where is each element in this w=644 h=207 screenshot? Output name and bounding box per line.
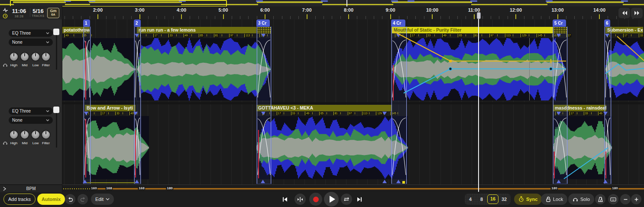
transition-handle-down[interactable]: [603, 112, 608, 115]
loop-button[interactable]: [341, 194, 352, 205]
transition-handle-up[interactable]: [382, 180, 387, 183]
transition-region-1[interactable]: [84, 27, 91, 184]
transition-region-4[interactable]: [392, 27, 407, 184]
grid-emphasis-line: [529, 38, 530, 100]
rewind-button[interactable]: [618, 8, 630, 18]
bpm-value-node[interactable]: 168: [105, 186, 113, 190]
transition-marker-tag[interactable]: 4 Cr: [391, 19, 405, 27]
clip-submersion[interactable]: Submersion - Exod11733: [605, 27, 644, 100]
key-badge[interactable]: Gm 6A: [47, 8, 59, 18]
zoom-in-button[interactable]: [631, 194, 641, 204]
beat-tick: [222, 34, 222, 36]
skip-to-end-button[interactable]: [355, 194, 364, 204]
playhead[interactable]: [478, 12, 479, 192]
insert-effect-select-deck2[interactable]: None: [9, 116, 53, 124]
transition-handle-up[interactable]: [396, 180, 401, 183]
clip-mouthful-of-static[interactable]: Mouthful of Static - Purity Filter117334…: [392, 27, 566, 100]
volume-fader-handle-deck2[interactable]: [53, 107, 59, 113]
eq-high-knob-deck1[interactable]: [9, 52, 19, 61]
eq-preset-select-deck2[interactable]: EQ Three: [9, 107, 53, 115]
play-button[interactable]: [324, 192, 339, 207]
lock-button[interactable]: Lock: [541, 194, 567, 205]
beat-tick: [369, 112, 369, 114]
ruler-minor-tick: [173, 16, 174, 19]
transition-handle-up[interactable]: [135, 180, 139, 183]
bpm-value-node[interactable]: 160: [90, 186, 97, 190]
quantize-4[interactable]: 4: [465, 195, 476, 204]
metronome-button[interactable]: [595, 194, 605, 204]
eq-preset-select-deck1[interactable]: EQ Three: [9, 29, 53, 37]
transition-marker-tag[interactable]: 5 Cr: [553, 19, 566, 27]
beat-number: 49: [598, 112, 603, 115]
transition-handle-down[interactable]: [261, 34, 265, 37]
timeline-ruler[interactable]: 1:002:003:004:005:006:007:008:009:0010:0…: [0, 6, 644, 19]
divider: [30, 8, 30, 17]
playhead-handle[interactable]: [477, 12, 481, 19]
eq-low-knob-deck1[interactable]: [31, 52, 40, 61]
bpm-lane[interactable]: 160168168180180180: [0, 184, 644, 192]
fast-forward-button[interactable]: [631, 8, 643, 18]
transition-handle-down[interactable]: [382, 112, 387, 115]
filter-knob-deck2[interactable]: [41, 130, 51, 139]
transition-marker-tag[interactable]: 1: [83, 19, 90, 27]
transition-marker-tag[interactable]: 6: [604, 19, 610, 27]
add-tracks-button[interactable]: Add tracks: [3, 194, 36, 205]
beat-number: 17: [411, 34, 415, 37]
quantize-8[interactable]: 8: [476, 195, 487, 204]
bpm-curve[interactable]: [94, 188, 644, 189]
transition-handle-down[interactable]: [84, 112, 88, 115]
transition-handle-down[interactable]: [396, 34, 401, 37]
transition-handle-down[interactable]: [605, 34, 609, 37]
keyboard-icon: [610, 197, 616, 202]
transition-handle-down[interactable]: [261, 112, 265, 115]
eq-high-knob-deck2[interactable]: [9, 130, 19, 139]
transition-marker-tag[interactable]: 2: [134, 19, 141, 27]
transition-handle-down[interactable]: [557, 112, 561, 115]
bpm-lane-header[interactable]: BPM: [0, 184, 62, 192]
clip-run-run-run[interactable]: run run run - a few lemons11733496581971…: [137, 27, 271, 100]
undo-button[interactable]: [65, 194, 75, 204]
clip-gottahaveu[interactable]: GOTTAHAVEU <3 - MEKA11733496581971131291…: [256, 105, 408, 179]
bpm-value-node[interactable]: 180: [166, 186, 173, 190]
skip-to-start-button[interactable]: [280, 194, 290, 204]
redo-button[interactable]: [78, 194, 88, 204]
transition-handle-down[interactable]: [135, 34, 139, 37]
transition-handle-up[interactable]: [557, 180, 561, 183]
minimap[interactable]: [0, 0, 644, 7]
volume-fader-handle-deck1[interactable]: [53, 29, 59, 35]
record-button[interactable]: [309, 193, 322, 206]
keyboard-shortcuts-button[interactable]: [608, 194, 618, 204]
sync-button[interactable]: Sync: [514, 194, 542, 205]
headphones-cue-deck2-icon[interactable]: [3, 140, 8, 145]
arrangement-area[interactable]: potatothrow4965run run run - a few lemon…: [0, 19, 644, 184]
quantize-selector[interactable]: 4 8 16 32: [465, 194, 511, 205]
chevron-down-icon: [46, 32, 49, 34]
bpm-value-node[interactable]: 180: [611, 186, 618, 190]
snap-to-playhead-button[interactable]: [294, 194, 306, 205]
bpm-value-node[interactable]: 168: [138, 186, 145, 190]
insert-effect-select-deck1[interactable]: None: [9, 39, 53, 46]
eq-mid-knob-deck2[interactable]: [20, 130, 29, 139]
quantize-16[interactable]: 16: [487, 194, 498, 204]
solo-button[interactable]: Solo: [568, 194, 594, 205]
clip-potatothrow[interactable]: potatothrow4965: [62, 27, 136, 100]
headphones-cue-deck1-icon[interactable]: [3, 62, 8, 67]
transition-handle-up[interactable]: [603, 180, 608, 183]
beat-tick: [482, 34, 482, 36]
transition-region-5[interactable]: [553, 27, 567, 184]
transition-handle-up[interactable]: [261, 180, 265, 183]
automation-node[interactable]: [402, 181, 405, 184]
transition-handle-up[interactable]: [83, 180, 87, 183]
transition-handle-down[interactable]: [133, 112, 138, 115]
eq-mid-knob-deck1[interactable]: [20, 52, 29, 61]
eq-low-knob-deck2[interactable]: [31, 130, 40, 139]
zoom-out-button[interactable]: [620, 194, 631, 204]
beat-tick: [340, 112, 341, 114]
transition-handle-down[interactable]: [557, 34, 561, 37]
transition-marker-tag[interactable]: 3 Cr: [256, 19, 270, 27]
quantize-32[interactable]: 32: [498, 195, 510, 204]
automix-button[interactable]: Automix: [37, 194, 65, 205]
bpm-value-node[interactable]: 180: [550, 186, 558, 190]
filter-knob-deck1[interactable]: [41, 52, 51, 61]
edit-menu-button[interactable]: Edit: [91, 194, 114, 205]
